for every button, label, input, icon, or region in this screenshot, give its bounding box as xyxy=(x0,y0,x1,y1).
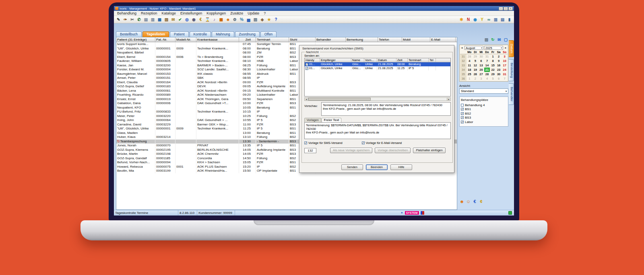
vorlage-berschreiben-button[interactable]: Vorlage überschreiben xyxy=(375,148,411,153)
column-header-mobil[interactable]: Mobil xyxy=(402,37,430,42)
placement-labor[interactable]: Labor xyxy=(461,120,507,124)
calendar-day[interactable]: 19 xyxy=(473,68,479,72)
help-icon[interactable]: ? xyxy=(273,16,279,23)
calendar-day[interactable]: 18 xyxy=(466,68,473,72)
tab-patient[interactable]: Patient xyxy=(170,31,188,37)
calendar-day[interactable]: 31 xyxy=(502,72,508,76)
menu-einstellungen[interactable]: Einstellungen xyxy=(180,11,202,15)
camera-icon[interactable]: ◉ xyxy=(191,16,197,23)
senden-button[interactable]: Senden xyxy=(341,164,363,170)
menu-kataloge[interactable]: Kataloge xyxy=(162,11,176,15)
minimize-button[interactable]: – xyxy=(499,7,503,10)
column-header-zeit[interactable]: Zeit xyxy=(239,37,256,42)
beenden-button[interactable]: Beenden xyxy=(366,164,388,170)
bars-icon[interactable]: ▮ xyxy=(506,16,512,23)
calendar-month-select[interactable]: August▾ xyxy=(464,46,483,50)
calendar-day[interactable]: 29 xyxy=(490,72,496,76)
sms-icon[interactable]: ✉ xyxy=(497,37,502,42)
diamond-icon[interactable]: ◈ xyxy=(259,16,265,23)
view-select[interactable]: Standard ▾ xyxy=(459,88,508,94)
column-header-patient-31-eintr-ge[interactable]: Patient (31 Einträge) xyxy=(116,37,155,42)
scroll-right-icon[interactable]: ► xyxy=(447,98,450,101)
chart-icon[interactable]: ▅ xyxy=(246,16,252,23)
maximize-button[interactable]: □ xyxy=(504,7,508,10)
ivoris-logo-icon[interactable]: N xyxy=(465,16,471,23)
gear-icon[interactable]: ⚙ xyxy=(232,16,238,23)
euro-icon[interactable]: € xyxy=(472,199,477,204)
calendar-day[interactable]: 8 xyxy=(490,59,496,63)
patient-single-icon[interactable]: ☺ xyxy=(466,199,471,204)
file-icon[interactable]: ▥ xyxy=(150,16,156,23)
option-vorlage-f-r-sms-versand[interactable]: Vorlage für SMS-Versand xyxy=(304,141,343,145)
recipient-row[interactable]: 01...Glücklich, UlrikeGlüc...Ulrike21.08… xyxy=(305,66,450,70)
table-icon[interactable]: ▦ xyxy=(157,16,163,23)
clock-icon[interactable]: ⌛ xyxy=(204,16,211,23)
check-icon[interactable]: ✔ xyxy=(177,16,183,23)
calendar-day[interactable]: 6 xyxy=(478,59,484,63)
menu-item[interactable]: ? xyxy=(264,11,266,15)
card-icon[interactable]: ▤ xyxy=(143,16,149,23)
tab-mahnung[interactable]: Mahnung xyxy=(212,31,234,37)
side-tab-datum[interactable]: Datum xyxy=(509,40,514,57)
calendar-day[interactable]: 29 xyxy=(473,54,479,59)
side-tab-behandler[interactable]: Behandler xyxy=(509,83,514,105)
recipient-row[interactable]: 01...Glücklich, UlrikeGlüc...Ulrike21.08… xyxy=(305,62,450,66)
calendar-day[interactable]: 23 xyxy=(496,68,502,72)
calendar-day[interactable]: 9 xyxy=(496,59,502,63)
recycle-icon[interactable] xyxy=(508,211,512,215)
side-tab-bestellung[interactable]: Bestellung xyxy=(509,59,514,81)
placement-bs1[interactable]: BS1 xyxy=(461,107,507,112)
tab-zuordnung[interactable]: Zuordnung xyxy=(235,31,260,37)
calendar-day[interactable]: 7 xyxy=(484,59,490,63)
calendar-day[interactable]: 14 xyxy=(484,63,490,68)
calendar-day[interactable]: 28 xyxy=(484,72,490,76)
calendar-day[interactable]: 5 xyxy=(473,59,479,63)
calendar-day[interactable]: 20 xyxy=(478,68,484,72)
calendar-day[interactable]: 15 xyxy=(490,63,496,68)
calendar-day[interactable]: 4 xyxy=(466,59,473,63)
tab-kontrolle[interactable]: Kontrolle xyxy=(190,31,211,37)
sync-icon[interactable]: ↻ xyxy=(490,37,495,42)
star-icon[interactable]: ★ xyxy=(266,16,272,23)
calendar-next-month-button[interactable]: ► xyxy=(504,47,508,49)
calendar-day[interactable]: 31 xyxy=(484,54,490,59)
calendar-day[interactable]: 7 xyxy=(502,76,508,81)
recipient-checkbox[interactable] xyxy=(305,63,308,66)
people-icon[interactable]: ☻ xyxy=(225,16,231,23)
calendar-day[interactable]: 25 xyxy=(466,72,473,76)
close-button[interactable]: × xyxy=(508,7,513,10)
euro-icon[interactable]: € xyxy=(198,16,204,23)
template-textarea[interactable]: Terminerinnerung: $$TERMIN-DATUM$$, $$TE… xyxy=(304,122,451,139)
printer-icon[interactable]: ▨ xyxy=(252,16,258,23)
menu-kopplungen[interactable]: Kopplungen xyxy=(206,11,226,15)
column-header-bemerkung[interactable]: Bemerkung xyxy=(346,37,378,42)
pane-vertical-icon[interactable]: ▥ xyxy=(493,16,499,23)
calendar-day[interactable]: 17 xyxy=(502,63,508,68)
calendar-day[interactable]: 24 xyxy=(502,68,508,72)
calendar-day[interactable]: 6 xyxy=(496,76,502,81)
music-icon[interactable]: ♪ xyxy=(211,16,217,23)
column-header-stuhl[interactable]: Stuhl xyxy=(289,37,316,42)
calendar-prev-month-button[interactable]: ◄ xyxy=(460,47,464,49)
edit-icon[interactable]: ✎ xyxy=(116,16,122,23)
recipients-hscrollbar[interactable]: ◄ ► xyxy=(304,97,451,101)
link-icon[interactable]: ∞ xyxy=(486,16,492,23)
calendar-day[interactable]: 28 xyxy=(466,54,473,59)
template-tab-vorlagen[interactable]: Vorlagen xyxy=(304,118,321,122)
placement-bs3[interactable]: BS3 xyxy=(461,116,507,120)
coins-icon[interactable]: ¢ xyxy=(479,199,484,204)
platzhalter-einf-gen-button[interactable]: Platzhalter einfügen xyxy=(413,148,445,153)
calendar-day[interactable]: 1 xyxy=(466,76,473,81)
calendar-day[interactable]: 12 xyxy=(473,63,479,68)
pane-horizontal-icon[interactable]: ▤ xyxy=(500,16,506,23)
mail-icon[interactable]: ✉ xyxy=(170,16,176,23)
scissors-icon[interactable]: ✂ xyxy=(129,16,135,23)
option-vorlage-f-r-e-mail-versand[interactable]: Vorlage für E-Mail-Versand xyxy=(362,141,402,145)
calendar-day[interactable]: 11 xyxy=(466,63,473,68)
menu-behandlung[interactable]: Behandlung xyxy=(117,11,136,15)
filter-icon[interactable]: Y xyxy=(479,16,485,23)
column-header-modell-nr[interactable]: Modell-Nr. xyxy=(175,37,196,42)
calendar-day[interactable]: 16 xyxy=(496,63,502,68)
calendar-day[interactable]: 3 xyxy=(502,54,508,59)
calendar-day[interactable]: 10 xyxy=(502,59,508,63)
